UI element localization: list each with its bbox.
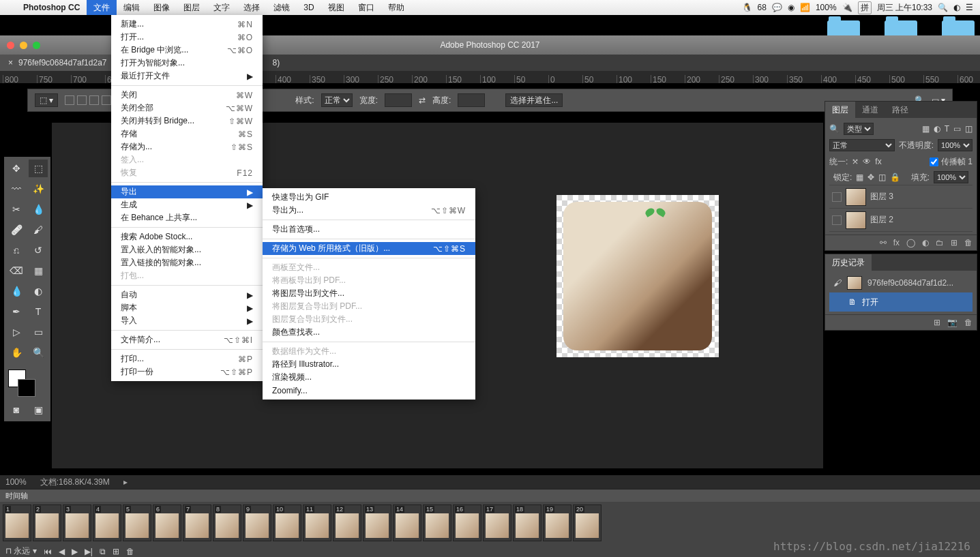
menu-item-打开...[interactable]: 打开...⌘O <box>111 31 263 44</box>
move-tool[interactable]: ✥ <box>7 160 26 177</box>
timeline-frame[interactable]: 2 <box>33 505 61 541</box>
menu-item-最近打开文件[interactable]: 最近打开文件▶ <box>111 70 263 82</box>
menu-item-自动[interactable]: 自动▶ <box>111 288 263 301</box>
timeline-frame[interactable]: 4 <box>93 505 121 541</box>
delete-history-icon[interactable]: 🗑 <box>964 318 972 327</box>
menu-item-导出为...[interactable]: 导出为...⌥⇧⌘W <box>263 204 475 217</box>
lock-artboard-icon[interactable]: ◫ <box>878 172 886 182</box>
timeline-frame[interactable]: 19 <box>543 505 571 541</box>
type-tool[interactable]: T <box>29 303 48 320</box>
siri-icon[interactable]: ◐ <box>953 3 960 12</box>
date-time[interactable]: 周三 上午10:33 <box>877 2 932 14</box>
history-tab[interactable]: 历史记录 <box>825 254 872 271</box>
rectangle-tool[interactable]: ▭ <box>29 323 48 341</box>
menu-item-存储为...[interactable]: 存储为...⇧⌘S <box>111 140 263 153</box>
play-icon[interactable]: ▶ <box>72 547 78 556</box>
fill-select[interactable]: 100% <box>934 171 968 183</box>
close-tab-icon[interactable]: × <box>8 58 13 67</box>
timeline-frame[interactable]: 12 <box>333 505 361 541</box>
timeline-frame[interactable]: 9 <box>243 505 271 541</box>
history-step[interactable]: 🗎打开 <box>829 292 972 312</box>
blend-mode-select[interactable]: 正常 <box>829 139 895 151</box>
menu-item-将图层导出到文件...[interactable]: 将图层导出到文件... <box>263 287 475 300</box>
menu-窗口[interactable]: 窗口 <box>351 0 381 15</box>
background-color[interactable] <box>18 379 35 397</box>
menu-item-颜色查找表...[interactable]: 颜色查找表... <box>263 326 475 339</box>
delete-frame-icon[interactable]: 🗑 <box>126 547 134 556</box>
spotlight-icon[interactable]: 🔍 <box>938 3 948 12</box>
select-and-mask-button[interactable]: 选择并遮住... <box>505 93 563 107</box>
menu-item-在 Behance 上共享...[interactable]: 在 Behance 上共享... <box>111 211 263 224</box>
layer-kind-select[interactable]: 类型 <box>844 123 874 135</box>
menu-item-关闭全部[interactable]: 关闭全部⌥⌘W <box>111 102 263 115</box>
timeline-frame[interactable]: 7 <box>183 505 211 541</box>
status-dot-icon[interactable]: ◉ <box>788 3 795 12</box>
timeline-frame[interactable]: 14 <box>393 505 421 541</box>
info-arrow-icon[interactable]: ▸ <box>123 477 128 487</box>
menu-item-导出[interactable]: 导出▶ <box>111 185 263 198</box>
adjustment-icon[interactable]: ◐ <box>922 238 929 247</box>
opacity-select[interactable]: 100% <box>938 139 972 151</box>
height-input[interactable] <box>458 93 485 107</box>
new-layer-icon[interactable]: ⊞ <box>951 238 957 247</box>
menu-item-置入嵌入的智能对象...[interactable]: 置入嵌入的智能对象... <box>111 243 263 256</box>
menu-item-关闭[interactable]: 关闭⌘W <box>111 89 263 102</box>
panel-tab-路径[interactable]: 路径 <box>885 102 915 118</box>
menu-item-脚本[interactable]: 脚本▶ <box>111 301 263 314</box>
wifi-icon[interactable]: 📶 <box>800 3 810 12</box>
timeline-frame[interactable]: 17 <box>483 505 511 541</box>
style-select[interactable]: 正常 <box>321 93 353 107</box>
menu-文字[interactable]: 文字 <box>207 0 237 15</box>
timeline-frame[interactable]: 16 <box>453 505 481 541</box>
menu-视图[interactable]: 视图 <box>321 0 351 15</box>
visibility-toggle[interactable] <box>832 215 842 225</box>
quick-mask-tool[interactable]: ◙ <box>7 401 26 419</box>
selection-mode-icons[interactable] <box>65 95 111 105</box>
timeline-frame[interactable]: 18 <box>513 505 541 541</box>
pen-tool[interactable]: ✒ <box>7 303 26 320</box>
propagate-checkbox[interactable]: 传播帧 1 <box>930 156 972 168</box>
input-method[interactable]: 拼 <box>858 1 872 14</box>
panel-tab-图层[interactable]: 图层 <box>825 102 855 118</box>
menu-item-导出首选项...[interactable]: 导出首选项... <box>263 223 475 236</box>
history-brush-tool[interactable]: ↺ <box>29 241 48 259</box>
tween-icon[interactable]: ⧉ <box>100 547 106 556</box>
first-frame-icon[interactable]: ⏮ <box>44 547 52 556</box>
battery-icon[interactable]: 🔌 <box>842 3 852 12</box>
width-input[interactable] <box>385 93 412 107</box>
menu-文件[interactable]: 文件 <box>87 0 117 15</box>
app-name[interactable]: Photoshop CC <box>16 3 87 12</box>
screen-mode-tool[interactable]: ▣ <box>29 401 48 419</box>
menu-选择[interactable]: 选择 <box>237 0 267 15</box>
history-document[interactable]: 🖌 976fef9c0684d7af1d2... <box>829 273 972 292</box>
zoom-level[interactable]: 100% <box>5 477 27 487</box>
menu-帮助[interactable]: 帮助 <box>381 0 411 15</box>
menu-item-快速导出为 GIF[interactable]: 快速导出为 GIF <box>263 191 475 204</box>
menu-3D[interactable]: 3D <box>297 0 321 15</box>
menu-item-路径到 Illustrator...[interactable]: 路径到 Illustrator... <box>263 358 475 371</box>
notifications-icon[interactable]: ☰ <box>966 3 973 12</box>
document-info[interactable]: 文档:168.8K/4.39M <box>40 477 110 488</box>
menu-item-渲染视频...[interactable]: 渲染视频... <box>263 371 475 384</box>
blur-tool[interactable]: 💧 <box>7 282 26 300</box>
healing-brush-tool[interactable]: 🩹 <box>7 221 26 239</box>
menu-item-打印...[interactable]: 打印...⌘P <box>111 352 263 365</box>
filter-smart-icon[interactable]: ◫ <box>965 124 972 134</box>
menu-item-置入链接的智能对象...[interactable]: 置入链接的智能对象... <box>111 256 263 269</box>
filter-shape-icon[interactable]: ▭ <box>953 124 961 134</box>
menu-item-新建...[interactable]: 新建...⌘N <box>111 18 263 31</box>
canvas-image[interactable] <box>556 195 719 357</box>
unify-style-icon[interactable]: fx <box>875 157 881 166</box>
panel-tab-通道[interactable]: 通道 <box>855 102 885 118</box>
swap-icon[interactable]: ⇄ <box>419 95 426 105</box>
camera-icon[interactable]: 📷 <box>947 318 957 327</box>
fx-icon[interactable]: fx <box>893 238 900 247</box>
menu-编辑[interactable]: 编辑 <box>117 0 147 15</box>
visibility-toggle[interactable] <box>832 192 842 202</box>
layer-item[interactable]: 图层 3 <box>829 185 972 209</box>
menu-滤镜[interactable]: 滤镜 <box>267 0 297 15</box>
brush-tool[interactable]: 🖌 <box>29 221 48 239</box>
lasso-tool[interactable]: 〰 <box>7 180 26 198</box>
menu-图像[interactable]: 图像 <box>147 0 177 15</box>
timeline-frame[interactable]: 1 <box>3 505 31 541</box>
